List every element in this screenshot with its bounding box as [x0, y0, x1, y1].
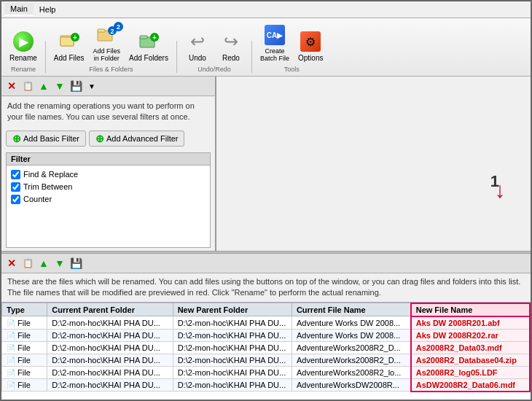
filter-checkbox-find-replace[interactable]	[11, 170, 20, 179]
bottom-up-btn[interactable]: ▲	[36, 256, 51, 270]
cell-current-parent: D:\2-mon-hoc\KHAI PHA DU...	[47, 366, 173, 378]
cell-current-parent: D:\2-mon-hoc\KHAI PHA DU...	[47, 316, 173, 330]
redo-label: Redo	[222, 54, 240, 62]
cell-current-name: AdventureWorks2008R2_D...	[292, 354, 410, 366]
divider-2	[176, 41, 177, 73]
bottom-copy-btn[interactable]: 📋	[20, 256, 35, 270]
bottom-copy-icon: 📋	[23, 258, 34, 268]
add-files-folder-label: Add Filesin Folder	[93, 47, 121, 62]
filter-item-find-replace: Find & Replace	[11, 168, 206, 181]
file-table: Type Current Parent Folder New Parent Fo…	[1, 303, 531, 400]
toolbar-group-files: + Add Files 2 2 Ad	[50, 21, 172, 73]
filter-header: Filter	[7, 153, 210, 166]
redo-button[interactable]: ↪ Redo	[215, 28, 247, 64]
bottom-toolbar: ✕ 📋 ▲ ▼ 💾	[1, 254, 531, 273]
bottom-up-icon: ▲	[39, 257, 49, 269]
filter-checkbox-counter[interactable]	[11, 195, 20, 204]
svg-text:+: +	[73, 34, 77, 42]
app-window: Main Help ▶ Rename Rename	[0, 0, 532, 401]
col-current-parent: Current Parent Folder	[47, 303, 173, 316]
rename-play-icon: ▶	[13, 31, 34, 52]
up-icon: ▲	[39, 80, 49, 92]
menu-help[interactable]: Help	[34, 4, 62, 15]
bottom-down-icon: ▼	[55, 257, 65, 269]
toolbar: ▶ Rename Rename +	[1, 18, 531, 77]
bottom-section: ✕ 📋 ▲ ▼ 💾 These are the files which will…	[1, 254, 531, 400]
add-files-folder-icon: 2 2	[95, 23, 118, 47]
undoredo-group-label: Undo/Redo	[197, 64, 231, 73]
table-row[interactable]: 📄 FileD:\2-mon-hoc\KHAI PHA DU...D:\2-mo…	[2, 378, 531, 392]
bottom-down-btn[interactable]: ▼	[52, 256, 67, 270]
bottom-description: These are the files which will be rename…	[1, 273, 531, 303]
undo-label: Undo	[189, 54, 206, 62]
table-row[interactable]: 📄 FileD:\2-mon-hoc\KHAI PHA DU...D:\2-mo…	[2, 354, 531, 366]
add-files-folder-button[interactable]: 2 2 Add Filesin Folder	[90, 21, 125, 64]
cell-type: 📄 File	[2, 378, 47, 392]
options-icon: ⚙	[299, 30, 322, 53]
add-basic-filter-button[interactable]: ⊕ Add Basic Filter	[6, 131, 86, 147]
filter-section: Filter Find & Replace Trim Between Co	[6, 152, 211, 248]
cell-new-name: As2008R2_Data03.mdf	[411, 341, 530, 354]
add-folders-icon: +	[137, 30, 160, 53]
divider-3	[251, 41, 252, 73]
cell-new-name: Aks DW 2008R202.rar	[411, 329, 530, 341]
cell-current-name: AdventureWorks2008R2_lo...	[292, 366, 410, 378]
panel-save-down-btn[interactable]: ▼	[85, 79, 99, 93]
add-files-button[interactable]: + Add Files	[50, 28, 88, 64]
table-row[interactable]: 📄 FileD:\2-mon-hoc\KHAI PHA DU...D:\2-mo…	[2, 341, 531, 354]
rename-button[interactable]: ▶ Rename	[6, 28, 41, 64]
add-folders-button[interactable]: + Add Folders	[125, 28, 172, 64]
add-advanced-filter-button[interactable]: ⊕ Add Advanced Filter	[89, 131, 184, 147]
cell-current-name: Adventure Works DW 2008...	[292, 329, 410, 341]
table-row[interactable]: 📄 FileD:\2-mon-hoc\KHAI PHA DU...D:\2-mo…	[2, 316, 531, 330]
cell-new-name: As2008R2_log05.LDF	[411, 366, 530, 378]
filter-list: Find & Replace Trim Between Counter	[7, 166, 210, 209]
right-panel: 1 ↓	[216, 77, 531, 251]
svg-rect-5	[98, 29, 105, 32]
files-group-label: Files & Folders	[89, 64, 133, 73]
cell-current-name: AdventureWorks2008R2_D...	[292, 341, 410, 354]
svg-text:+: +	[152, 34, 157, 42]
table-row[interactable]: 📄 FileD:\2-mon-hoc\KHAI PHA DU...D:\2-mo…	[2, 329, 531, 341]
close-icon: ✕	[7, 80, 16, 92]
cell-type: 📄 File	[2, 354, 47, 366]
toolbar-group-tools: CA▶ CreateBatch File ⚙ Options Tools	[257, 21, 327, 73]
col-new-parent: New Parent Folder	[173, 303, 292, 316]
bottom-save-btn[interactable]: 💾	[69, 256, 83, 270]
badge-2: 2	[114, 22, 123, 31]
cell-new-name: AsDW2008R2_Data06.mdf	[411, 378, 530, 392]
options-button[interactable]: ⚙ Options	[294, 28, 326, 64]
col-type: Type	[2, 303, 47, 316]
toolbar-group-rename: ▶ Rename Rename	[6, 28, 41, 73]
panel-up-btn[interactable]: ▲	[36, 79, 51, 93]
copy-icon: 📋	[23, 81, 34, 91]
undo-icon: ↩	[186, 30, 209, 53]
panel-copy-btn[interactable]: 📋	[20, 79, 35, 93]
cell-new-parent: D:\2-mon-hoc\KHAI PHA DU...	[173, 378, 292, 392]
add-advanced-label: Add Advanced Filter	[106, 134, 178, 143]
panel-down-btn[interactable]: ▼	[52, 79, 67, 93]
panel-close-btn[interactable]: ✕	[4, 79, 19, 93]
filter-checkbox-trim-between[interactable]	[11, 182, 20, 192]
panel-save-btn[interactable]: 💾	[69, 79, 83, 93]
cell-new-parent: D:\2-mon-hoc\KHAI PHA DU...	[173, 329, 292, 341]
panel-toolbar: ✕ 📋 ▲ ▼ 💾 ▼	[1, 77, 215, 96]
left-panel: ✕ 📋 ▲ ▼ 💾 ▼	[1, 77, 216, 251]
save-dropdown-icon: ▼	[88, 82, 95, 90]
add-folders-label: Add Folders	[129, 54, 168, 62]
batch-icon-inner: CA▶	[265, 25, 285, 45]
create-batch-button[interactable]: CA▶ CreateBatch File	[257, 21, 293, 64]
cell-type: 📄 File	[2, 329, 47, 341]
tools-group-label: Tools	[284, 64, 300, 73]
panel-buttons: ⊕ Add Basic Filter ⊕ Add Advanced Filter	[1, 128, 215, 149]
plus-icon-basic: ⊕	[12, 133, 21, 144]
menu-main[interactable]: Main	[4, 3, 34, 16]
table-row[interactable]: 📄 FileD:\2-mon-hoc\KHAI PHA DU...D:\2-mo…	[2, 366, 531, 378]
cell-new-parent: D:\2-mon-hoc\KHAI PHA DU...	[173, 366, 292, 378]
bottom-close-btn[interactable]: ✕	[4, 256, 19, 270]
filter-label-counter: Counter	[23, 195, 52, 203]
cell-type: 📄 File	[2, 366, 47, 378]
menu-bar: Main Help	[1, 1, 531, 18]
undo-button[interactable]: ↩ Undo	[181, 28, 214, 64]
cell-new-parent: D:\2-mon-hoc\KHAI PHA DU...	[173, 354, 292, 366]
